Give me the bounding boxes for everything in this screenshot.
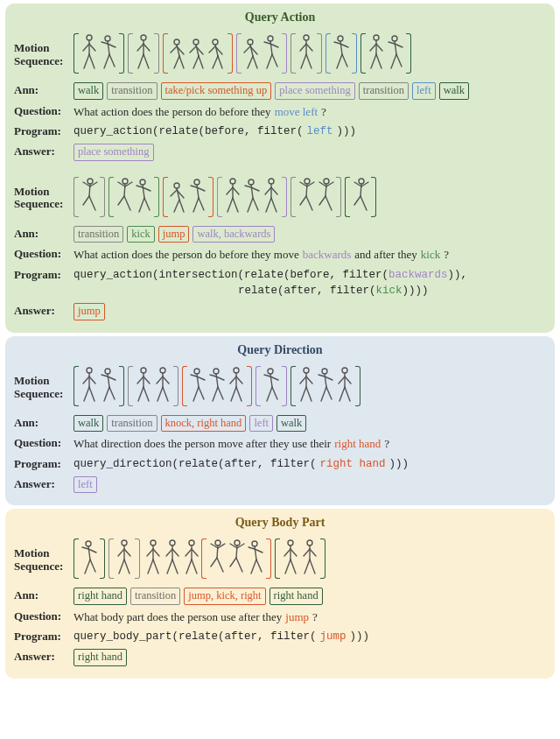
ann-tags: right hand transition jump, kick, right … <box>74 588 546 605</box>
motion-sequence <box>74 177 546 219</box>
stick-figure-icon <box>367 33 386 74</box>
bracket-close-icon <box>100 538 105 579</box>
program-highlight: jump <box>320 629 346 645</box>
motion-sequence <box>74 366 546 408</box>
ann-tag: place something <box>275 82 355 100</box>
stick-figure-icon <box>134 33 153 74</box>
question-highlight: right hand <box>334 435 381 453</box>
ann-tag: transition <box>74 226 123 243</box>
bracket-open-icon <box>74 538 79 579</box>
stick-figure-icon <box>169 33 188 74</box>
question-part: ? <box>384 435 389 453</box>
label-question: Question: <box>14 609 74 623</box>
question-part: What action does the person do before th… <box>74 246 299 264</box>
label-question: Question: <box>14 246 74 261</box>
answer-tag: left <box>74 476 97 494</box>
label-ann: Ann: <box>14 226 74 241</box>
ann-tag: walk, backwards <box>192 226 275 243</box>
question-highlight: move left <box>275 103 318 121</box>
row-question: Question: What action does the person do… <box>14 103 546 121</box>
stick-figure-icon <box>163 538 182 579</box>
stick-figure-icon <box>242 33 262 74</box>
bracket-close-icon <box>228 33 233 74</box>
program-part: relate(after, filter( <box>238 285 376 297</box>
stick-figure-icon <box>297 33 316 74</box>
program-part: ))) <box>337 123 357 140</box>
stick-figure-icon <box>115 538 134 579</box>
row-program: Program: query_direction(relate(after, f… <box>14 456 546 473</box>
stick-figure-icon <box>335 366 354 406</box>
program-part: query_body_part(relate(after, filter( <box>74 629 317 645</box>
program-text: query_action(relate(before, filter(left)… <box>74 123 546 140</box>
answer-body: right hand <box>74 649 546 666</box>
bracket-close-icon <box>355 366 360 406</box>
bracket-open-icon <box>74 33 79 74</box>
question-part: What direction does the person move afte… <box>74 435 331 453</box>
bracket-open-icon <box>290 366 296 406</box>
answer-tag: right hand <box>74 649 127 666</box>
row-ann: Ann: transition kick jump walk, backward… <box>14 226 546 243</box>
ann-tags: walk transition knock, right hand left w… <box>74 415 546 433</box>
stick-figure-icon <box>297 366 316 406</box>
stick-figure-icon <box>99 33 118 74</box>
bracket-open-icon <box>345 177 350 217</box>
stick-figure-icon <box>262 177 281 217</box>
ann-tag: transition <box>130 588 180 605</box>
example-block: Motion Sequence: <box>14 177 546 320</box>
bracket-open-icon <box>290 177 296 217</box>
stick-figure-icon <box>262 33 281 74</box>
row-motion: Motion Sequence: <box>14 33 546 79</box>
stick-figure-icon <box>80 33 99 74</box>
bracket-close-icon <box>208 177 214 217</box>
section-title: Query Body Part <box>14 514 546 535</box>
label-motion: Motion Sequence: <box>14 538 74 574</box>
row-program: Program: query_body_part(relate(after, f… <box>14 629 546 645</box>
stick-figure-icon <box>332 33 351 74</box>
label-ann: Ann: <box>14 415 74 430</box>
label-motion: Motion Sequence: <box>14 33 74 68</box>
answer-tag: place something <box>74 144 154 161</box>
answer-tag: jump <box>74 303 105 320</box>
ann-tag: walk <box>439 82 469 100</box>
program-text: query_action(intersection(relate(before,… <box>74 267 546 300</box>
program-highlight: backwards <box>388 269 448 281</box>
program-highlight: right hand <box>320 456 386 473</box>
stick-figure-icon <box>99 366 118 406</box>
program-part: query_action(relate(before, filter( <box>74 123 304 140</box>
ann-tag: left <box>412 82 436 100</box>
stick-figure-icon <box>144 538 163 579</box>
label-program: Program: <box>14 629 74 644</box>
ann-tag: transition <box>107 82 157 100</box>
stick-figure-icon <box>351 177 370 217</box>
program-text: query_direction(relate(after, filter(rig… <box>74 456 546 473</box>
program-highlight: kick <box>376 285 402 297</box>
stick-figure-icon <box>80 177 99 217</box>
row-motion: Motion Sequence: <box>14 366 546 412</box>
row-program: Program: query_action(relate(before, fil… <box>14 123 546 140</box>
example-block: Motion Sequence: <box>14 538 546 666</box>
label-ann: Ann: <box>14 82 74 97</box>
ann-tag: right hand <box>270 588 323 605</box>
bracket-open-icon <box>108 538 114 579</box>
bracket-open-icon <box>256 366 261 406</box>
stick-figure-icon <box>297 177 316 217</box>
bracket-close-icon <box>100 177 105 217</box>
bracket-open-icon <box>217 177 222 217</box>
bracket-close-icon <box>371 177 376 217</box>
bracket-open-icon <box>236 33 242 74</box>
row-ann: Ann: walk transition take/pick something… <box>14 82 546 100</box>
bracket-close-icon <box>282 177 287 217</box>
question-part: What action does the person do before th… <box>74 103 271 121</box>
program-part: )), <box>448 269 468 281</box>
question-text: What action does the person do before th… <box>74 246 546 264</box>
question-highlight: backwards <box>303 246 352 264</box>
label-question: Question: <box>14 435 74 450</box>
stick-figure-icon <box>207 33 227 74</box>
ann-tags: transition kick jump walk, backwards <box>74 226 546 243</box>
stick-figure-icon <box>262 366 281 406</box>
ann-tag: right hand <box>74 588 127 605</box>
stick-figure-icon <box>242 177 262 217</box>
row-program: Program: query_action(intersection(relat… <box>14 267 546 300</box>
bracket-open-icon <box>360 33 366 74</box>
bracket-open-icon <box>326 33 331 74</box>
